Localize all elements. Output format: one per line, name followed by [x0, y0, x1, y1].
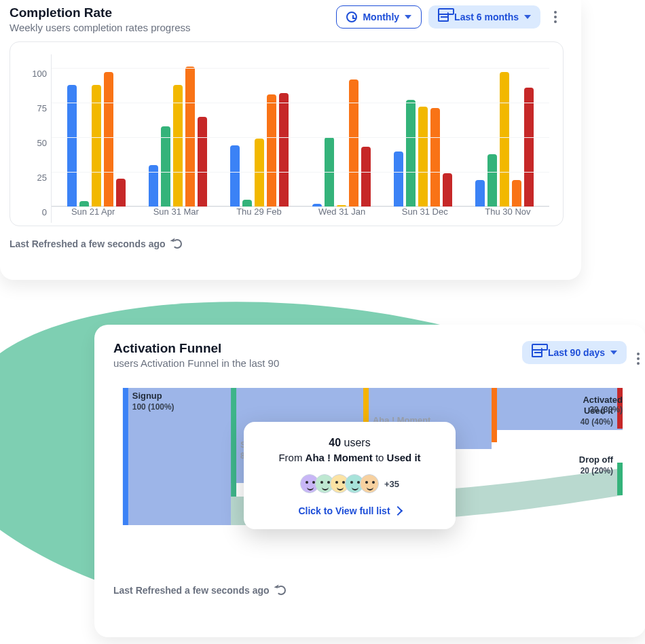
tooltip-path: From Aha ! Moment to Used it: [256, 452, 443, 463]
gridline: [52, 103, 549, 103]
funnel-stage-signup: Signup: [132, 391, 162, 401]
funnel-bar-setup: [231, 388, 236, 497]
xtick: Thu 29 Feb: [217, 207, 300, 223]
bar[interactable]: [279, 93, 289, 207]
tooltip-to-stage: Used it: [387, 452, 421, 463]
xtick: Sun 31 Dec: [384, 207, 466, 223]
completion-refreshed: Last Refreshed a few seconds ago: [10, 238, 564, 249]
bar[interactable]: [149, 165, 158, 207]
bar[interactable]: [430, 108, 440, 207]
chevron-down-icon: [610, 351, 617, 355]
bar[interactable]: [185, 67, 195, 207]
bar[interactable]: [475, 180, 485, 207]
calendar-icon: [532, 348, 542, 357]
tooltip-from-prefix: From: [278, 452, 305, 463]
bar[interactable]: [524, 88, 534, 207]
period-dropdown[interactable]: Monthly: [336, 5, 422, 29]
bar-group: [301, 54, 382, 207]
ytick: 25: [37, 173, 47, 183]
tooltip-view-full-list-link[interactable]: Click to View full list: [298, 505, 401, 516]
activation-title: Activation Funnel: [113, 341, 279, 356]
completion-refreshed-text: Last Refreshed a few seconds ago: [10, 238, 166, 249]
tooltip-link-text: Click to View full list: [298, 505, 390, 516]
bar[interactable]: [406, 100, 416, 207]
tooltip-count-suffix: users: [341, 437, 371, 448]
bar[interactable]: [230, 145, 240, 207]
tooltip-headline: 40 users: [256, 437, 443, 449]
calendar-icon: [438, 12, 449, 22]
bar-group: [56, 54, 137, 207]
bar[interactable]: [116, 179, 126, 207]
activation-funnel-card: Activation Funnel users Activation Funne…: [94, 325, 645, 637]
tooltip-from-stage: Aha ! Moment: [306, 452, 373, 463]
activation-refreshed-text: Last Refreshed a few seconds ago: [113, 585, 270, 596]
funnel-stage-dropoff: Drop off: [579, 454, 614, 465]
activation-range-label: Last 90 days: [548, 347, 605, 358]
funnel-stage-activated-sub: 30 (30%): [583, 405, 623, 414]
funnel-stage-dropoff-sub: 20 (20%): [580, 466, 613, 476]
funnel-bar-used: [492, 388, 497, 442]
ytick: 75: [37, 103, 47, 113]
arrow-right-icon: [392, 506, 402, 516]
bar-group: [464, 54, 545, 207]
bar[interactable]: [242, 200, 252, 207]
completion-chart-panel: 0255075100 Sun 21 AprSun 31 MarThu 29 Fe…: [10, 41, 564, 226]
tooltip-to-connector: to: [373, 452, 387, 463]
period-label: Monthly: [363, 12, 399, 22]
bar[interactable]: [418, 107, 428, 207]
range-dropdown[interactable]: Last 6 months: [428, 5, 540, 29]
bar[interactable]: [512, 180, 521, 207]
range-label: Last 6 months: [454, 12, 519, 22]
avatar: [360, 474, 379, 493]
completion-title: Completion Rate: [10, 5, 191, 20]
ytick: 100: [32, 69, 47, 79]
bar[interactable]: [394, 151, 403, 207]
gridline: [52, 207, 549, 207]
bar[interactable]: [349, 79, 358, 207]
refresh-icon[interactable]: [276, 586, 286, 595]
activation-more-menu[interactable]: [630, 351, 645, 367]
funnel-bar-dropoff: [617, 463, 623, 495]
funnel-stage-signup-sub: 100 (100%): [132, 402, 174, 412]
bar[interactable]: [161, 126, 170, 207]
bar[interactable]: [487, 154, 497, 207]
activation-range-dropdown[interactable]: Last 90 days: [522, 341, 627, 364]
gridline: [52, 137, 549, 138]
completion-subtitle: Weekly users completion rates progress: [10, 22, 191, 33]
bar[interactable]: [361, 147, 371, 207]
bar[interactable]: [500, 72, 509, 207]
bar-group: [382, 54, 464, 207]
refresh-icon[interactable]: [172, 239, 182, 249]
activation-refreshed: Last Refreshed a few seconds ago: [113, 585, 627, 596]
ytick: 0: [42, 207, 47, 217]
bar[interactable]: [79, 201, 89, 207]
ytick: 50: [37, 138, 47, 148]
tooltip-count: 40: [329, 437, 341, 448]
bar-group: [137, 54, 219, 207]
funnel-panel: Signup 100 (100%) Setup 80 (80%) Aha ! M…: [113, 381, 627, 578]
gridline: [52, 172, 549, 173]
bar[interactable]: [198, 117, 207, 207]
funnel-tooltip: 40 users From Aha ! Moment to Used it +3…: [244, 422, 456, 529]
completion-plot: Sun 21 AprSun 31 MarThu 29 FebWed 31 Jan…: [51, 54, 549, 223]
clock-icon: [346, 12, 357, 22]
completion-yaxis: 0255075100: [24, 54, 51, 223]
funnel-bar-signup: [123, 388, 128, 525]
bar[interactable]: [104, 72, 113, 207]
xtick: Sun 21 Apr: [52, 207, 134, 223]
dots-vertical-icon: [637, 357, 640, 360]
bar[interactable]: [267, 94, 276, 207]
completion-rate-card: Completion Rate Weekly users completion …: [0, 0, 581, 280]
bar[interactable]: [255, 139, 264, 207]
chevron-down-icon: [405, 15, 411, 19]
activation-subtitle: users Activation Funnel in the last 90: [113, 357, 279, 369]
funnel-stage-used-sub: 40 (40%): [580, 417, 613, 427]
xtick: Thu 30 Nov: [466, 207, 549, 223]
bar[interactable]: [443, 173, 452, 207]
completion-more-menu[interactable]: [547, 9, 564, 25]
gridline: [52, 68, 549, 69]
chevron-down-icon: [524, 15, 531, 19]
tooltip-avatars: +35: [300, 474, 399, 493]
tooltip-more-count: +35: [384, 479, 399, 489]
bar-group: [219, 54, 300, 207]
